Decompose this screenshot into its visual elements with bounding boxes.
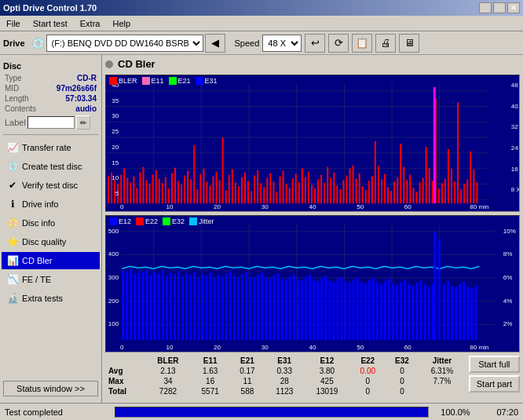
menu-file[interactable]: File	[2, 17, 25, 30]
drive-dropdown[interactable]: (F:) BENQ DVD DD DW1640 BSRB	[46, 35, 203, 52]
e21-legend-color	[169, 77, 177, 85]
svg-rect-75	[295, 174, 297, 204]
disc-label-label: Label	[5, 118, 26, 127]
svg-rect-128	[463, 184, 465, 203]
sidebar-item-fe-te[interactable]: 📉 FE / TE	[2, 271, 100, 288]
window-controls[interactable]: _ □ ✕	[479, 2, 520, 13]
e12-legend-label: E12	[119, 217, 131, 225]
svg-rect-97	[365, 190, 367, 203]
svg-rect-89	[339, 189, 341, 203]
svg-rect-171	[130, 268, 132, 340]
svg-rect-65	[263, 187, 265, 203]
progress-bar-fill	[115, 407, 428, 417]
menu-help[interactable]: Help	[108, 17, 135, 30]
svg-rect-214	[301, 280, 303, 340]
drive-icon: 💿	[31, 37, 45, 49]
start-full-button[interactable]: Start full	[469, 356, 520, 373]
sidebar-item-label: Verify test disc	[22, 181, 78, 190]
svg-rect-96	[362, 186, 364, 203]
minimize-button[interactable]: _	[479, 2, 492, 13]
svg-text:100: 100	[108, 320, 119, 327]
sidebar-item-label: Create test disc	[22, 162, 82, 171]
svg-rect-224	[340, 276, 342, 340]
svg-rect-58	[241, 177, 243, 204]
avg-e11: 1.63	[191, 366, 230, 376]
svg-rect-190	[205, 276, 207, 340]
svg-rect-217	[313, 279, 315, 340]
svg-text:10%: 10%	[503, 228, 516, 235]
svg-rect-80	[311, 184, 313, 203]
svg-rect-184	[181, 276, 184, 340]
start-part-button[interactable]: Start part	[469, 375, 520, 393]
transfer-rate-icon: 📈	[6, 141, 19, 154]
max-bler: 34	[145, 376, 191, 386]
menu-start-test[interactable]: Start test	[28, 17, 72, 30]
svg-rect-126	[457, 103, 459, 204]
svg-rect-107	[397, 177, 398, 204]
toolbar-screen-button[interactable]: 🖥	[399, 34, 419, 53]
svg-rect-61	[251, 191, 252, 203]
svg-text:15: 15	[112, 159, 119, 166]
svg-rect-54	[229, 175, 230, 204]
svg-text:20: 20	[214, 203, 221, 210]
svg-rect-225	[344, 281, 346, 340]
svg-text:0: 0	[120, 203, 124, 210]
sidebar-item-label: Disc quality	[22, 237, 66, 247]
sidebar-item-verify-test-disc[interactable]: ✔ Verify test disc	[2, 177, 100, 194]
speed-dropdown[interactable]: 48 X	[262, 35, 302, 52]
disc-label-edit-button[interactable]: ✏	[76, 115, 90, 130]
drive-prev-button[interactable]: ◀	[205, 34, 225, 53]
svg-text:4%: 4%	[503, 298, 513, 305]
svg-rect-183	[177, 271, 180, 340]
max-e32: 0	[386, 376, 419, 386]
sidebar-item-create-test-disc[interactable]: 💿 Create test disc	[2, 158, 100, 175]
sidebar-item-cd-bler[interactable]: 📊 CD Bler	[2, 252, 100, 269]
svg-rect-24	[133, 177, 134, 204]
svg-rect-66	[266, 177, 268, 203]
disc-length-value: 57:03.34	[66, 94, 97, 103]
sidebar-item-disc-quality[interactable]: ⭐ Disc quality	[2, 233, 100, 250]
bler-legend-label: BLER	[119, 77, 137, 85]
svg-rect-90	[342, 180, 344, 203]
svg-rect-188	[197, 277, 199, 340]
sidebar-item-drive-info[interactable]: ℹ Drive info	[2, 195, 100, 213]
legend-e21: E21	[169, 77, 191, 85]
toolbar-refresh-button[interactable]: ⟳	[328, 34, 349, 53]
total-e32: 0	[386, 386, 419, 396]
col-header-e22: E22	[350, 356, 386, 366]
sidebar-item-extra-tests[interactable]: 🔬 Extra tests	[2, 290, 100, 307]
svg-rect-39	[181, 184, 182, 203]
legend-jitter: Jitter	[189, 217, 214, 225]
disc-mid-value: 97m26s66f	[57, 84, 97, 93]
extra-tests-icon: 🔬	[6, 292, 19, 305]
col-header-e12: E12	[304, 356, 350, 366]
avg-bler: 2.13	[145, 366, 191, 376]
app-title: Opti Drive Control 1.70	[3, 3, 97, 13]
svg-text:50: 50	[357, 344, 364, 351]
bler-legend-color	[109, 77, 117, 85]
status-window-button[interactable]: Status window >>	[3, 381, 98, 396]
drive-label: Drive	[3, 38, 25, 48]
svg-text:60: 60	[404, 203, 412, 210]
disc-label-input[interactable]	[27, 116, 75, 129]
sidebar-item-disc-info[interactable]: 📀 Disc info	[2, 214, 100, 232]
total-e21: 588	[229, 386, 265, 396]
svg-rect-226	[349, 283, 351, 340]
svg-rect-257	[470, 288, 473, 340]
sidebar-disc-section: Disc	[3, 61, 98, 71]
svg-rect-185	[185, 273, 188, 340]
sidebar-item-transfer-rate[interactable]: 📈 Transfer rate	[2, 139, 100, 156]
svg-rect-172	[133, 274, 136, 340]
svg-rect-124	[451, 169, 452, 203]
maximize-button[interactable]: □	[493, 2, 506, 13]
svg-rect-105	[390, 191, 392, 203]
close-button[interactable]: ✕	[507, 2, 520, 13]
svg-rect-30	[152, 175, 154, 204]
svg-rect-28	[146, 180, 148, 203]
toolbar-print-button[interactable]: 🖨	[375, 34, 396, 53]
jitter-legend-color	[189, 217, 197, 225]
toolbar-back-button[interactable]: ↩	[305, 34, 325, 53]
svg-rect-68	[272, 181, 274, 203]
toolbar-copy-button[interactable]: 📋	[352, 34, 372, 53]
menu-extra[interactable]: Extra	[75, 17, 105, 30]
